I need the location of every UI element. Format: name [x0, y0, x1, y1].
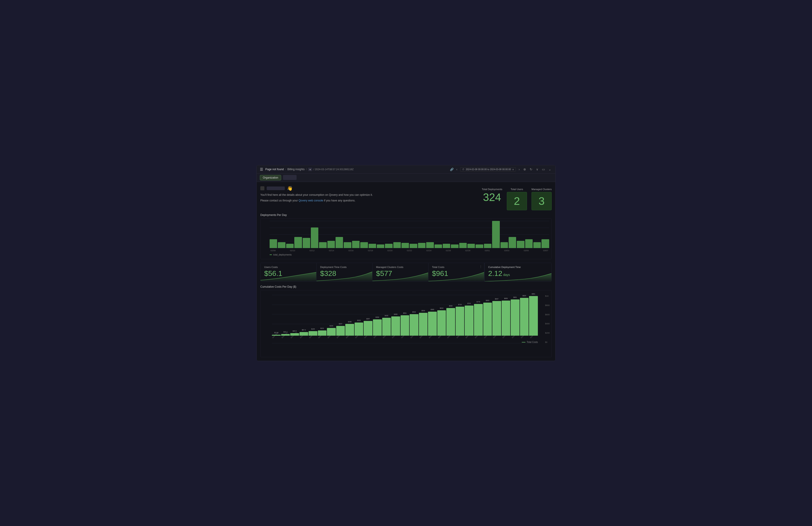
deployments-bar-chart: 40 30 20 10 0 02/08 — [260, 219, 552, 259]
deployment-bar — [451, 244, 458, 248]
page-not-found-label: Page not found — [265, 168, 284, 171]
clock-icon: ⏱ — [462, 168, 464, 171]
cumulative-bar: $891 — [511, 299, 520, 336]
refresh-icon[interactable]: ↻ — [529, 167, 533, 171]
cumulative-deployment-card: Cumulative Deployment Time 2.12 days — [484, 263, 551, 281]
total-users-label: Total Users — [507, 188, 527, 191]
cumulative-bar-label: $288 — [348, 321, 352, 322]
cumulative-bar: $193 — [327, 328, 336, 336]
header-chevron-down[interactable]: ⌄ — [548, 167, 552, 171]
cumulative-bar-label: $741 — [467, 303, 471, 304]
cumulative-bar-label: $21.8 — [274, 332, 278, 333]
cumulative-costs-section: Cumulative Costs Per Day ($) $1K $800 $6… — [260, 285, 552, 357]
nav-back-button[interactable]: ‹ — [455, 167, 458, 171]
cumulative-bar-label: $585 — [431, 309, 434, 310]
tabs-bar: Organization — [257, 174, 555, 182]
cumulative-bar: $680 — [446, 308, 455, 336]
breadcrumb-sep2: / — [306, 168, 306, 171]
monitor-icon[interactable]: ▭ — [541, 167, 546, 171]
deployment-bar — [426, 242, 434, 248]
deployment-bar — [319, 242, 327, 248]
cumulative-bar-label: $961 — [532, 293, 535, 295]
cumulative-bar: $847 — [492, 301, 501, 336]
deployments-x-labels: 02/08 02/10 02/12 02/14 02/16 02/18 02/2… — [270, 250, 549, 252]
cumulative-costs-title: Cumulative Costs Per Day ($) — [260, 285, 552, 288]
cumulative-bar-label: $925 — [522, 295, 526, 297]
header-right: 🔗 ‹ ⏱ 2024-02-08 00:00:00 to 2024-03-08 … — [450, 167, 552, 171]
cumulative-bar-label: $501 — [403, 312, 407, 314]
deployment-bar — [311, 227, 318, 248]
deployment-bar — [393, 242, 401, 248]
deployment-bar — [509, 237, 516, 248]
deployment-bar — [541, 239, 549, 248]
deployment-bar — [270, 239, 277, 248]
cumulative-bar: $858 — [502, 301, 510, 336]
total-deployments-label: Total Deployments — [482, 188, 503, 191]
cumulative-bar-label: $323 — [357, 319, 361, 321]
managed-clusters-value: 3 — [532, 192, 552, 210]
time-range-selector[interactable]: ⏱ 2024-02-08 00:00:00 to 2024-03-08 00:0… — [460, 167, 516, 171]
deployment-bar — [418, 243, 425, 248]
cumulative-deployment-label: Cumulative Deployment Time — [488, 266, 548, 268]
managed-clusters-costs-card: Managed Clusters Costs $577 — [373, 263, 429, 281]
cumulative-bar: $357 — [364, 321, 373, 336]
deployment-bar — [328, 241, 335, 248]
cumulative-bar-label: $109 — [311, 328, 315, 330]
deployment-bar — [303, 238, 310, 248]
three-dot-menu[interactable]: ⋮ — [479, 265, 482, 268]
deployments-bars — [270, 221, 549, 248]
cumulative-bar-label: $533 — [412, 311, 416, 313]
deployment-bar — [517, 241, 524, 248]
deployment-bar — [492, 221, 499, 248]
legend-dot — [270, 254, 272, 255]
deployment-bar — [443, 244, 450, 248]
menu-icon[interactable]: ☰ — [260, 167, 263, 171]
legend-label: total_deployments — [273, 254, 292, 256]
zoom-icon[interactable]: ⊕ — [522, 167, 527, 171]
cumulative-bar-label: $891 — [513, 297, 517, 298]
cumulative-bar: $87.3 — [300, 332, 308, 336]
deployment-bar — [435, 244, 442, 248]
more-options-dropdown[interactable]: ∨ — [535, 167, 539, 171]
total-costs-card: Total Costs $961 ⋮ — [429, 263, 484, 281]
cumulative-bar-label: $43.7 — [284, 331, 288, 333]
link-icon[interactable]: 🔗 — [450, 168, 453, 171]
cumulative-bar: $809 — [483, 303, 492, 336]
managed-clusters-label: Managed Clusters — [532, 188, 552, 191]
cumulative-bar-label: $87.3 — [302, 329, 306, 331]
cumulative-bar: $961 — [529, 296, 538, 336]
cumulative-bar-label: $131 — [320, 328, 324, 329]
deployment-bar — [410, 244, 417, 248]
nav-forward-button[interactable]: › — [518, 167, 521, 171]
description-line1: You'll find here all the details about y… — [260, 193, 374, 197]
total-costs-mini-chart — [429, 270, 484, 281]
deployment-bar — [335, 237, 343, 248]
cumulative-bar: $109 — [308, 331, 317, 336]
managed-clusters-mini-chart — [373, 270, 428, 281]
cumulative-bar-label: $680 — [449, 305, 453, 307]
managed-clusters-metric: Managed Clusters 3 — [532, 188, 552, 210]
app-window: ☰ Page not found › Billing insights / ■ … — [257, 165, 555, 361]
cumulative-bar: $398 — [373, 319, 382, 336]
deployments-legend: total_deployments — [270, 254, 549, 256]
cumulative-bar: $43.7 — [281, 334, 290, 336]
route-label: / 2024-03-14T08:57:24.931388118Z — [314, 168, 354, 171]
cumulative-bar-label: $847 — [495, 298, 499, 300]
cumulative-bar-label: $65.5 — [293, 330, 297, 332]
deployment-bar — [278, 242, 285, 248]
cumulative-bar: $21.8 — [272, 335, 281, 336]
cumulative-bar: $501 — [401, 315, 409, 336]
deployment-bar — [352, 241, 360, 248]
cumulative-bar-label: $778 — [477, 301, 480, 303]
deployment-bar — [344, 242, 351, 248]
total-users-metric: Total Users 2 — [507, 188, 527, 210]
total-deployments-metric: Total Deployments 324 — [482, 188, 503, 203]
org-header: 👋 — [260, 185, 477, 191]
header: ☰ Page not found › Billing insights / ■ … — [257, 165, 555, 174]
qovery-web-console-link[interactable]: Qovery web console — [299, 199, 323, 202]
total-users-value: 2 — [507, 192, 527, 210]
cumulative-bar: $237 — [336, 326, 345, 336]
tab-organization[interactable]: Organization — [260, 175, 281, 180]
deployments-chart-title: Deployments Per Day — [260, 213, 552, 216]
deployment-bar — [377, 244, 384, 248]
